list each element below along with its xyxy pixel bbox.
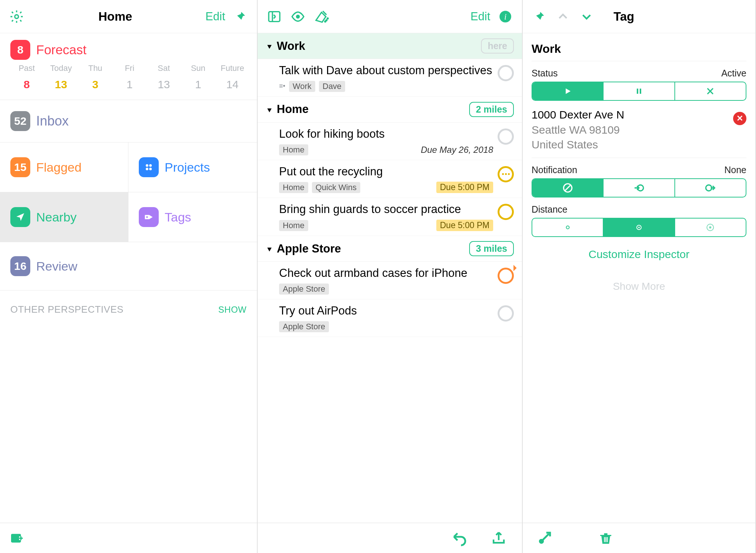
trash-icon[interactable] (597, 530, 614, 547)
new-item-icon[interactable] (8, 530, 25, 547)
view-eye-icon[interactable] (289, 8, 306, 25)
tags-icon (139, 207, 159, 227)
section-header[interactable]: ▼ Work here (258, 33, 522, 59)
other-perspectives-label: OTHER PERSPECTIVES (10, 304, 124, 315)
location-address[interactable]: 1000 Dexter Ave N Seattle WA 98109 Unite… (532, 101, 746, 152)
review-label: Review (36, 259, 77, 274)
tag-chip: Quick Wins (312, 182, 360, 193)
list-topbar: Edit i (258, 0, 522, 33)
distance-large-button[interactable] (675, 219, 746, 236)
notification-arriving-button[interactable] (604, 179, 675, 197)
task-row[interactable]: Check out armband cases for iPhone Apple… (258, 262, 522, 299)
flagged-label: Flagged (36, 160, 82, 175)
inspector-title: Tag (614, 10, 634, 24)
tag-chip: Work (289, 81, 315, 92)
pin-icon[interactable] (232, 8, 249, 25)
goto-icon[interactable] (536, 530, 553, 547)
share-icon[interactable] (490, 530, 507, 547)
section-name: Work (277, 40, 305, 53)
notification-leaving-button[interactable] (675, 179, 746, 197)
task-row[interactable]: Bring shin guards to soccer practice Hom… (258, 198, 522, 236)
task-row[interactable]: Try out AirPods Apple Store (258, 299, 522, 337)
perspective-projects[interactable]: Projects (128, 142, 257, 192)
status-dropped-button[interactable] (675, 82, 746, 100)
other-perspectives-header: OTHER PERSPECTIVES SHOW (0, 291, 257, 329)
prev-up-icon[interactable] (554, 8, 571, 25)
show-more-button[interactable]: Show More (523, 277, 755, 298)
svg-point-11 (327, 18, 328, 19)
customize-inspector-button[interactable]: Customize Inspector (532, 237, 746, 272)
perspective-inbox[interactable]: 52 Inbox (0, 100, 257, 142)
distance-pill: 3 miles (469, 241, 514, 256)
info-icon[interactable]: i (497, 8, 514, 25)
disclosure-triangle-icon: ▼ (266, 106, 273, 114)
home-bottombar (0, 523, 257, 553)
forecast-day[interactable]: Thu3 (79, 63, 112, 91)
svg-rect-23 (607, 537, 608, 542)
due-text: Due May 26, 2018 (421, 145, 493, 155)
flagged-count-badge: 15 (10, 157, 30, 177)
distance-label: Distance (532, 204, 567, 215)
perspective-forecast[interactable]: 8 Forecast Past8Today13Thu3Fri1Sat13Sun1… (0, 33, 257, 100)
status-paused-button[interactable] (604, 82, 675, 100)
perspective-nearby[interactable]: Nearby (0, 192, 128, 242)
settings-gear-icon[interactable] (8, 8, 25, 25)
status-circle[interactable] (498, 166, 514, 182)
perspective-tags[interactable]: Tags (128, 192, 257, 242)
notification-segmented-control (532, 178, 746, 198)
status-circle[interactable] (498, 305, 514, 322)
section-header[interactable]: ▼ Home 2 miles (258, 97, 522, 123)
forecast-day[interactable]: Future14 (216, 63, 249, 91)
status-active-button[interactable] (532, 82, 604, 100)
perspective-review[interactable]: 16 Review (0, 242, 257, 291)
task-row[interactable]: Talk with Dave about custom perspectives… (258, 59, 522, 97)
inspector-pin-icon[interactable] (531, 8, 548, 25)
task-row[interactable]: Put out the recycling HomeQuick WinsDue … (258, 160, 522, 198)
forecast-day[interactable]: Sun1 (182, 63, 214, 91)
address-line-2: Seattle WA 98109 (532, 123, 746, 138)
forecast-day[interactable]: Sat13 (147, 63, 180, 91)
svg-point-1 (146, 164, 148, 167)
list-pane: Edit i ▼ Work here Talk with Dave about … (258, 0, 523, 553)
next-down-icon[interactable] (578, 8, 595, 25)
task-title: Talk with Dave about custom perspectives (279, 63, 493, 78)
forecast-day[interactable]: Past8 (10, 63, 43, 91)
task-title: Bring shin guards to soccer practice (279, 202, 493, 217)
forecast-day[interactable]: Fri1 (113, 63, 146, 91)
sidebar-toggle-icon[interactable] (266, 8, 283, 25)
perspective-grid: 15 Flagged Projects Nearby Tags (0, 142, 257, 242)
perspective-flagged[interactable]: 15 Flagged (0, 142, 128, 192)
forecast-days-row: Past8Today13Thu3Fri1Sat13Sun1Future14 (10, 63, 249, 96)
notification-none-button[interactable] (532, 179, 604, 197)
svg-text:i: i (504, 12, 506, 21)
task-title: Check out armband cases for iPhone (279, 266, 493, 281)
distance-medium-button[interactable] (604, 219, 675, 236)
cleanup-broom-icon[interactable] (313, 8, 330, 25)
task-row[interactable]: Look for hiking boots HomeDue May 26, 20… (258, 123, 522, 160)
home-title: Home (98, 10, 132, 24)
projects-label: Projects (165, 160, 210, 175)
status-value: Active (721, 68, 746, 79)
forecast-day[interactable]: Today13 (45, 63, 78, 91)
distance-small-button[interactable] (532, 219, 604, 236)
delete-location-button[interactable]: ✕ (733, 112, 746, 125)
svg-point-10 (326, 20, 327, 21)
forecast-label: Forecast (36, 42, 86, 57)
nearby-label: Nearby (36, 210, 77, 224)
show-button[interactable]: SHOW (218, 305, 247, 315)
status-circle[interactable] (498, 128, 514, 145)
edit-button[interactable]: Edit (206, 10, 225, 23)
section-name: Home (277, 103, 309, 116)
forecast-count-badge: 8 (10, 40, 30, 60)
list-edit-button[interactable]: Edit (471, 10, 490, 23)
notification-label: Notification (532, 165, 577, 175)
inspector-bottombar (523, 523, 755, 553)
status-circle[interactable] (498, 204, 514, 220)
status-circle[interactable] (498, 268, 514, 284)
undo-icon[interactable] (451, 530, 468, 547)
section-header[interactable]: ▼ Apple Store 3 miles (258, 236, 522, 262)
status-circle[interactable] (498, 65, 514, 81)
tag-chip: Home (279, 144, 308, 155)
disclosure-triangle-icon: ▼ (266, 43, 273, 51)
tag-name[interactable]: Work (532, 38, 746, 61)
